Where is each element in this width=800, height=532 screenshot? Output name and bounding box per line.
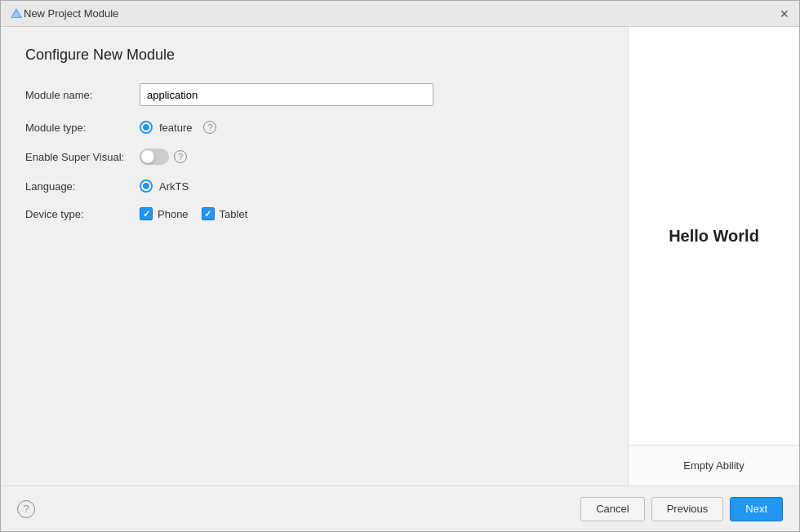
preview-label-bar: Empty Ability [629, 445, 799, 485]
language-value: ArkTS [159, 180, 189, 193]
window-title: New Project Module [24, 7, 778, 20]
device-type-checkboxes: ✓ Phone ✓ Tablet [140, 207, 260, 220]
tablet-check-icon: ✓ [204, 209, 211, 219]
bottom-bar: ? Cancel Previous Next [1, 485, 799, 531]
next-button[interactable]: Next [730, 497, 783, 521]
module-type-help-icon[interactable]: ? [203, 121, 216, 134]
app-logo-icon [9, 7, 24, 21]
preview-pane: Hello World Empty Ability [628, 27, 799, 485]
main-area: Configure New Module Module name: Module… [1, 27, 799, 485]
page-title: Configure New Module [25, 47, 603, 64]
device-type-label: Device type: [25, 208, 140, 220]
device-type-row: Device type: ✓ Phone ✓ Tablet [25, 207, 603, 220]
cancel-button[interactable]: Cancel [580, 497, 644, 521]
language-radio[interactable] [140, 180, 153, 193]
language-radio-group: ArkTS [140, 180, 189, 193]
title-bar: New Project Module ✕ [1, 1, 799, 27]
module-type-radio-group: feature ? [140, 121, 216, 134]
previous-button[interactable]: Previous [651, 497, 724, 521]
module-type-value: feature [159, 122, 192, 134]
super-visual-toggle[interactable] [140, 149, 169, 165]
super-visual-row: Enable Super Visual: ? [25, 149, 603, 165]
phone-checkbox-box: ✓ [140, 207, 153, 220]
tablet-checkbox-label: Tablet [220, 208, 248, 220]
tablet-checkbox-box: ✓ [202, 207, 215, 220]
preview-template-name: Empty Ability [683, 459, 744, 472]
phone-checkbox[interactable]: ✓ Phone [140, 207, 189, 220]
module-name-input[interactable] [140, 83, 433, 106]
preview-image-area: Hello World [629, 27, 799, 445]
close-button[interactable]: ✕ [778, 7, 791, 20]
form-area: Configure New Module Module name: Module… [1, 27, 628, 485]
tablet-checkbox[interactable]: ✓ Tablet [202, 207, 248, 220]
preview-hello-world: Hello World [669, 227, 759, 246]
module-type-radio[interactable] [140, 121, 153, 134]
language-row: Language: ArkTS [25, 180, 603, 193]
module-type-label: Module type: [25, 122, 140, 134]
phone-checkbox-label: Phone [158, 208, 189, 220]
module-name-label: Module name: [25, 89, 140, 101]
phone-check-icon: ✓ [143, 209, 150, 219]
window: New Project Module ✕ Configure New Modul… [0, 0, 800, 532]
module-name-row: Module name: [25, 83, 603, 106]
language-label: Language: [25, 180, 140, 193]
module-type-row: Module type: feature ? [25, 121, 603, 134]
super-visual-help-icon[interactable]: ? [174, 150, 187, 163]
super-visual-label: Enable Super Visual: [25, 151, 140, 163]
help-button[interactable]: ? [17, 500, 35, 518]
